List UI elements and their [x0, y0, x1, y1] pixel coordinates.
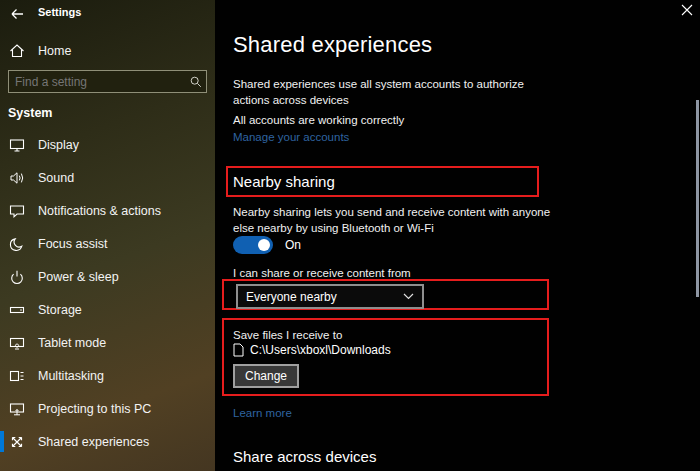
home-icon — [9, 43, 25, 59]
display-icon — [9, 137, 25, 153]
scrollbar-thumb[interactable] — [696, 100, 699, 297]
sidebar-item-home[interactable]: Home — [0, 36, 215, 66]
dropdown-value: Everyone nearby — [246, 290, 337, 304]
nearby-sharing-heading: Nearby sharing — [233, 173, 335, 190]
sidebar-item-projecting[interactable]: Projecting to this PC — [0, 394, 215, 424]
sidebar-item-power-sleep[interactable]: Power & sleep — [0, 262, 215, 292]
save-path-value: C:\Users\xboxl\Downloads — [250, 343, 391, 357]
learn-more-link[interactable]: Learn more — [233, 407, 292, 419]
titlebar: Settings — [0, 0, 215, 28]
change-button[interactable]: Change — [233, 364, 299, 388]
notifications-icon — [9, 203, 25, 219]
sidebar-section-system: System — [8, 106, 52, 120]
window-title: Settings — [38, 6, 81, 18]
search-box — [8, 70, 207, 93]
page-title: Shared experiences — [233, 32, 432, 58]
share-from-label: I can share or receive content from — [233, 265, 563, 281]
focus-assist-icon — [9, 236, 25, 252]
share-from-dropdown[interactable]: Everyone nearby — [236, 284, 424, 309]
sidebar-item-multitasking[interactable]: Multitasking — [0, 361, 215, 391]
toggle-knob — [258, 239, 270, 251]
close-button[interactable] — [677, 2, 697, 18]
tablet-mode-icon — [9, 335, 25, 351]
main-panel: Shared experiences Shared experiences us… — [215, 0, 700, 471]
sound-icon — [9, 170, 25, 186]
sidebar-item-shared-experiences[interactable]: Shared experiences — [0, 427, 215, 457]
sidebar-item-notifications[interactable]: Notifications & actions — [0, 196, 215, 226]
back-arrow-icon — [9, 6, 25, 22]
multitasking-icon — [9, 368, 25, 384]
search-icon[interactable] — [186, 74, 206, 90]
sidebar-item-display[interactable]: Display — [0, 130, 215, 160]
intro-text: Shared experiences use all system accoun… — [233, 76, 545, 108]
selected-accent-bar — [0, 431, 4, 452]
search-input[interactable] — [9, 71, 186, 92]
shared-experiences-icon — [9, 434, 25, 450]
sidebar-item-focus-assist[interactable]: Focus assist — [0, 229, 215, 259]
toggle-state-label: On — [285, 238, 301, 252]
power-icon — [9, 269, 25, 285]
projecting-icon — [9, 401, 25, 417]
back-button[interactable] — [8, 5, 26, 23]
sidebar: Settings Home System — [0, 0, 215, 471]
sidebar-item-storage[interactable]: Storage — [0, 295, 215, 325]
save-path-row: C:\Users\xboxl\Downloads — [233, 343, 391, 357]
sidebar-item-label: Home — [38, 44, 71, 58]
storage-icon — [9, 302, 25, 318]
accounts-status-text: All accounts are working correctly — [233, 112, 563, 128]
sidebar-item-tablet-mode[interactable]: Tablet mode — [0, 328, 215, 358]
nearby-sharing-toggle[interactable] — [233, 236, 273, 254]
file-icon — [233, 343, 244, 357]
nearby-sharing-description: Nearby sharing lets you send and receive… — [233, 204, 569, 236]
save-files-label: Save files I receive to — [233, 327, 563, 343]
chevron-down-icon — [403, 293, 414, 300]
share-across-devices-heading: Share across devices — [233, 448, 376, 465]
manage-accounts-link[interactable]: Manage your accounts — [233, 131, 349, 143]
settings-window: Settings Home System — [0, 0, 700, 471]
sidebar-item-sound[interactable]: Sound — [0, 163, 215, 193]
close-icon — [681, 4, 693, 16]
